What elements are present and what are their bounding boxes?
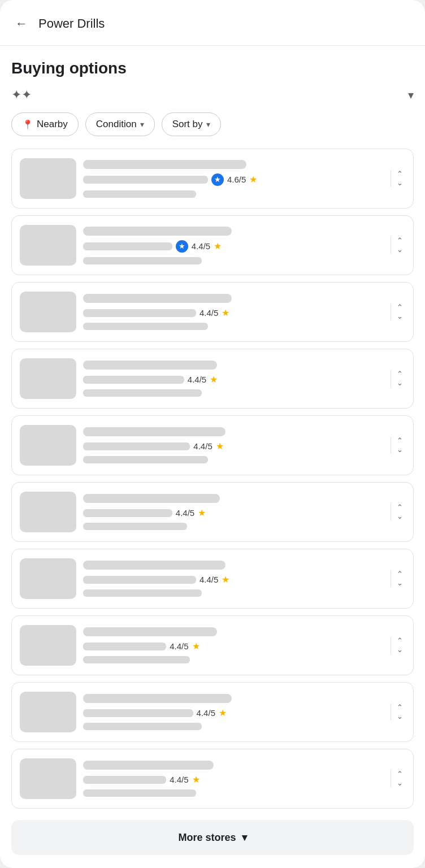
store-rating-bar	[83, 643, 166, 650]
store-info: 4.4/5★	[83, 494, 380, 530]
store-rating-row: 4.4/5★	[83, 441, 380, 452]
store-rating-text: 4.4/5	[192, 241, 210, 251]
store-rating-bar	[83, 509, 172, 517]
store-expand-button[interactable]: ⌃⌄	[391, 504, 405, 520]
store-rating-bar	[83, 309, 196, 317]
store-card[interactable]: 4.4/5★⌃⌄	[11, 349, 414, 409]
chevron-up-icon: ⌃	[397, 704, 403, 711]
ai-collapse-button[interactable]: ▾	[408, 88, 414, 102]
chevron-up-icon: ⌃	[397, 303, 403, 311]
store-expand-button[interactable]: ⌃⌄	[391, 170, 405, 187]
sortby-dropdown-icon: ▾	[206, 120, 210, 129]
phone-container: ← Power Drills Buying options ✦✦ ▾ 📍 Nea…	[0, 0, 425, 868]
condition-filter-chip[interactable]: Condition ▾	[85, 112, 155, 136]
condition-label: Condition	[96, 119, 137, 130]
store-rating-row: 4.4/5★	[83, 708, 380, 718]
chevron-up-icon: ⌃	[397, 370, 403, 378]
store-sub-bar	[83, 190, 196, 198]
page-title: Buying options	[11, 59, 414, 77]
store-card[interactable]: 4.4/5★⌃⌄	[11, 615, 414, 675]
store-sub-bar	[83, 789, 196, 797]
store-rating-bar	[83, 442, 190, 450]
chevron-down-icon: ⌄	[397, 246, 403, 254]
more-stores-button[interactable]: More stores ▾	[11, 820, 414, 855]
chevron-down-icon: ⌄	[397, 779, 403, 787]
store-card[interactable]: 4.4/5★⌃⌄	[11, 749, 414, 809]
sortby-filter-chip[interactable]: Sort by ▾	[162, 112, 221, 136]
chevron-up-icon: ⌃	[397, 770, 403, 778]
nearby-label: Nearby	[37, 119, 68, 130]
store-info: 4.4/5★	[83, 761, 380, 797]
store-list: ★4.6/5★⌃⌄★4.4/5★⌃⌄4.4/5★⌃⌄4.4/5★⌃⌄4.4/5★…	[11, 149, 414, 809]
star-icon: ★	[214, 241, 222, 251]
chevron-up-icon: ⌃	[397, 170, 403, 178]
store-card[interactable]: 4.4/5★⌃⌄	[11, 482, 414, 542]
nearby-filter-chip[interactable]: 📍 Nearby	[11, 112, 79, 136]
store-expand-button[interactable]: ⌃⌄	[391, 303, 405, 320]
store-rating-row: 4.4/5★	[83, 641, 380, 652]
store-name-bar	[83, 227, 232, 236]
store-rating-row: 4.4/5★	[83, 307, 380, 318]
store-rating-text: 4.4/5	[176, 508, 194, 518]
store-thumbnail	[20, 492, 76, 532]
store-info: 4.4/5★	[83, 294, 380, 330]
store-thumbnail	[20, 625, 76, 666]
store-expand-button[interactable]: ⌃⌄	[391, 237, 405, 254]
filter-row: 📍 Nearby Condition ▾ Sort by ▾	[11, 112, 414, 136]
store-card[interactable]: 4.4/5★⌃⌄	[11, 282, 414, 342]
back-button[interactable]: ←	[9, 11, 34, 36]
store-name-bar	[83, 761, 214, 770]
store-card[interactable]: 4.4/5★⌃⌄	[11, 682, 414, 742]
store-expand-button[interactable]: ⌃⌄	[391, 570, 405, 587]
chevron-down-icon: ⌄	[397, 713, 403, 721]
chevron-up-icon: ⌃	[397, 570, 403, 578]
store-thumbnail	[20, 158, 76, 199]
chevron-down-icon: ⌄	[397, 446, 403, 454]
store-info: 4.4/5★	[83, 561, 380, 597]
store-rating-row: 4.4/5★	[83, 374, 380, 385]
store-rating-text: 4.4/5	[197, 708, 215, 718]
store-thumbnail	[20, 292, 76, 332]
store-expand-button[interactable]: ⌃⌄	[391, 437, 405, 454]
location-icon: 📍	[22, 119, 33, 130]
google-verified-badge-icon: ★	[176, 240, 188, 253]
store-rating-bar	[83, 176, 208, 184]
store-card[interactable]: 4.4/5★⌃⌄	[11, 549, 414, 609]
store-rating-bar	[83, 576, 196, 584]
store-name-bar	[83, 627, 217, 636]
header: ← Power Drills	[0, 0, 425, 46]
store-name-bar	[83, 160, 246, 169]
store-expand-button[interactable]: ⌃⌄	[391, 704, 405, 721]
store-card[interactable]: 4.4/5★⌃⌄	[11, 415, 414, 475]
store-sub-bar	[83, 257, 202, 264]
star-icon: ★	[210, 374, 218, 385]
store-info: ★4.6/5★	[83, 160, 380, 198]
store-expand-button[interactable]: ⌃⌄	[391, 770, 405, 787]
store-sub-bar	[83, 389, 202, 397]
chevron-down-icon: ⌄	[397, 513, 403, 520]
header-title: Power Drills	[38, 16, 105, 31]
ai-insights-row: ✦✦ ▾	[11, 88, 414, 102]
store-rating-bar	[83, 776, 166, 784]
store-expand-button[interactable]: ⌃⌄	[391, 370, 405, 387]
store-thumbnail	[20, 225, 76, 266]
store-rating-text: 4.4/5	[170, 775, 188, 784]
chevron-down-icon: ⌄	[397, 646, 403, 654]
store-rating-bar	[83, 242, 172, 250]
store-card[interactable]: ★4.6/5★⌃⌄	[11, 149, 414, 209]
store-card[interactable]: ★4.4/5★⌃⌄	[11, 215, 414, 275]
store-name-bar	[83, 694, 232, 703]
star-icon: ★	[192, 774, 200, 785]
store-info: 4.4/5★	[83, 427, 380, 463]
store-expand-button[interactable]: ⌃⌄	[391, 637, 405, 654]
star-icon: ★	[249, 174, 257, 185]
store-rating-row: 4.4/5★	[83, 774, 380, 785]
star-icon: ★	[219, 708, 227, 718]
chevron-down-icon: ⌄	[397, 379, 403, 387]
store-sub-bar	[83, 723, 202, 730]
chevron-up-icon: ⌃	[397, 637, 403, 645]
chevron-up-icon: ⌃	[397, 237, 403, 245]
star-icon: ★	[198, 507, 206, 518]
back-arrow-icon: ←	[15, 16, 28, 31]
store-name-bar	[83, 294, 232, 303]
